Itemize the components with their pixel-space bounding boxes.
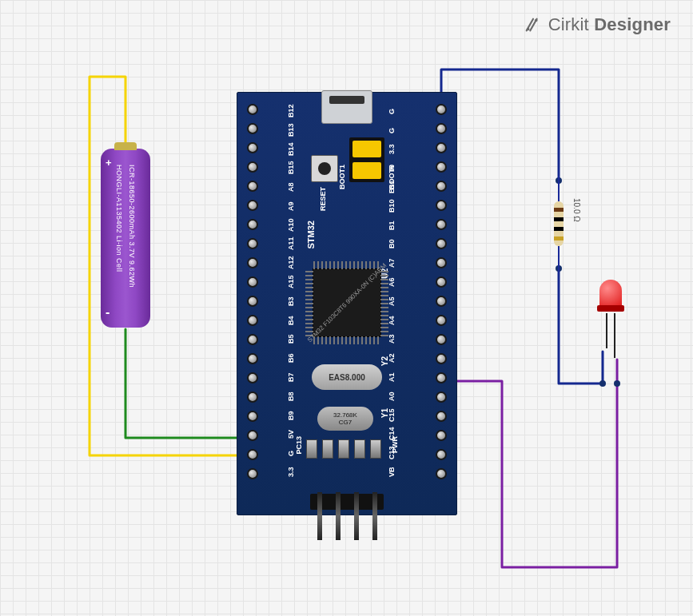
pin-hole[interactable]: [247, 200, 258, 211]
logo-text: Cirkit Designer: [548, 14, 671, 35]
pin-label: G: [386, 104, 408, 118]
pin-hole[interactable]: [436, 296, 447, 307]
pin-label: A4: [386, 313, 408, 328]
pin-label: G: [386, 123, 408, 137]
battery-minus-label: -: [106, 305, 110, 320]
smd-components: [306, 439, 381, 459]
pin-hole[interactable]: [436, 315, 447, 326]
pin-hole[interactable]: [247, 353, 258, 364]
micro-usb-port: [321, 90, 372, 124]
resistor-value-label: 10.0 Ω: [572, 198, 581, 222]
pin-label: A9: [285, 199, 308, 213]
pin-label: A6: [386, 275, 408, 289]
pin-hole[interactable]: [247, 123, 258, 134]
silk-y1: Y1: [380, 408, 389, 418]
pin-hole[interactable]: [436, 276, 447, 288]
pin-labels-right: GG3.3RB11B10B1B0A7A6A5A4A3A2A1A0C15C14C1…: [386, 99, 408, 484]
pin-hole[interactable]: [247, 142, 258, 153]
led-dome: [599, 280, 622, 308]
led-legs: [595, 313, 627, 358]
pin-hole[interactable]: [247, 411, 258, 422]
pin-hole[interactable]: [247, 296, 258, 307]
node-led-anode: [614, 380, 620, 387]
pin-label: B14: [285, 142, 308, 157]
battery-plus-label: +: [106, 157, 112, 169]
pin-hole[interactable]: [436, 391, 447, 403]
resistor[interactable]: [552, 176, 566, 272]
pin-hole[interactable]: [436, 257, 447, 268]
led-cathode: [606, 313, 607, 348]
stm32-board[interactable]: B12B13B14B15A8A9A10A11A12A15B3B4B5B6B7B8…: [237, 92, 457, 515]
pin-hole[interactable]: [436, 123, 447, 134]
pin-hole[interactable]: [247, 219, 258, 230]
pin-hole[interactable]: [436, 449, 447, 460]
led[interactable]: [595, 280, 627, 355]
reset-button[interactable]: [311, 155, 338, 182]
pin-label: B1: [386, 218, 408, 232]
pin-label: A12: [285, 256, 308, 270]
silk-stm32: STM32: [306, 221, 316, 248]
led-anode: [614, 313, 615, 358]
pin-hole[interactable]: [436, 468, 447, 479]
boot0-jumper[interactable]: [352, 141, 381, 157]
pin-column-right: [429, 99, 453, 484]
pin-label: B5: [285, 332, 308, 346]
pin-hole[interactable]: [247, 238, 258, 249]
crystal-8mhz: EAS8.000: [312, 364, 382, 390]
pin-hole[interactable]: [436, 181, 447, 192]
crystal-32khz: 32.768K CG7: [317, 407, 373, 431]
pin-label: B13: [285, 123, 308, 137]
battery-positive-terminal: [114, 142, 137, 150]
pin-hole[interactable]: [247, 334, 258, 345]
pin-hole[interactable]: [436, 142, 447, 153]
pin-hole[interactable]: [247, 372, 258, 384]
pin-label: C15: [386, 408, 408, 423]
pin-hole[interactable]: [436, 104, 447, 115]
pin-label: A1: [386, 370, 408, 384]
pin-hole[interactable]: [247, 161, 258, 173]
pin-hole[interactable]: [247, 449, 258, 460]
pin-hole[interactable]: [247, 391, 258, 403]
pin-labels-left: B12B13B14B15A8A9A10A11A12A15B3B4B5B6B7B8…: [285, 99, 308, 484]
pin-hole[interactable]: [247, 430, 258, 441]
pin-label: 3.3: [285, 465, 308, 479]
pin-hole[interactable]: [247, 468, 258, 479]
pin-hole[interactable]: [436, 411, 447, 422]
pin-label: VB: [386, 465, 408, 479]
pin-label: B10: [386, 199, 408, 213]
wire-a0-to-led: [444, 360, 617, 567]
silk-pwr: PWR: [391, 436, 399, 453]
pin-hole[interactable]: [436, 238, 447, 249]
pin-hole[interactable]: [436, 200, 447, 211]
swd-header[interactable]: [310, 492, 384, 540]
pin-label: A11: [285, 236, 308, 251]
pin-hole[interactable]: [247, 257, 258, 268]
pin-hole[interactable]: [247, 276, 258, 288]
pin-label: A0: [386, 389, 408, 403]
pin-column-left: [241, 99, 265, 484]
silk-reset: RESET: [319, 187, 327, 211]
boot1-jumper[interactable]: [352, 162, 381, 179]
pin-hole[interactable]: [436, 372, 447, 384]
pin-hole[interactable]: [436, 161, 447, 173]
pin-hole[interactable]: [247, 181, 258, 192]
pin-hole[interactable]: [436, 430, 447, 441]
pin-label: 3.3: [386, 142, 408, 157]
pin-label: B6: [285, 351, 308, 365]
pin-hole[interactable]: [436, 353, 447, 364]
circuit-canvas[interactable]: Cirkit Designer + - ICR-18650-2600mAh 3.…: [0, 0, 693, 616]
pin-label: B3: [285, 294, 308, 308]
battery-18650[interactable]: + - ICR-18650-2600mAh 3.7V 9.62Wh HONGLI…: [101, 149, 150, 328]
svg-point-0: [526, 28, 529, 31]
pin-hole[interactable]: [247, 315, 258, 326]
boot-jumpers[interactable]: [349, 137, 384, 182]
pin-label: B4: [285, 313, 308, 328]
silk-pc13: PC13: [295, 436, 303, 455]
pin-hole[interactable]: [247, 104, 258, 115]
node-led-cathode: [599, 380, 606, 387]
mcu-chip: STM32 F103C8T6 990XA-0N (C)ARM: [313, 268, 381, 337]
pin-hole[interactable]: [436, 334, 447, 345]
pin-hole[interactable]: [436, 219, 447, 230]
battery-text: ICR-18650-2600mAh 3.7V 9.62Wh HONGLI-A11…: [115, 165, 136, 312]
app-logo: Cirkit Designer: [524, 14, 671, 35]
